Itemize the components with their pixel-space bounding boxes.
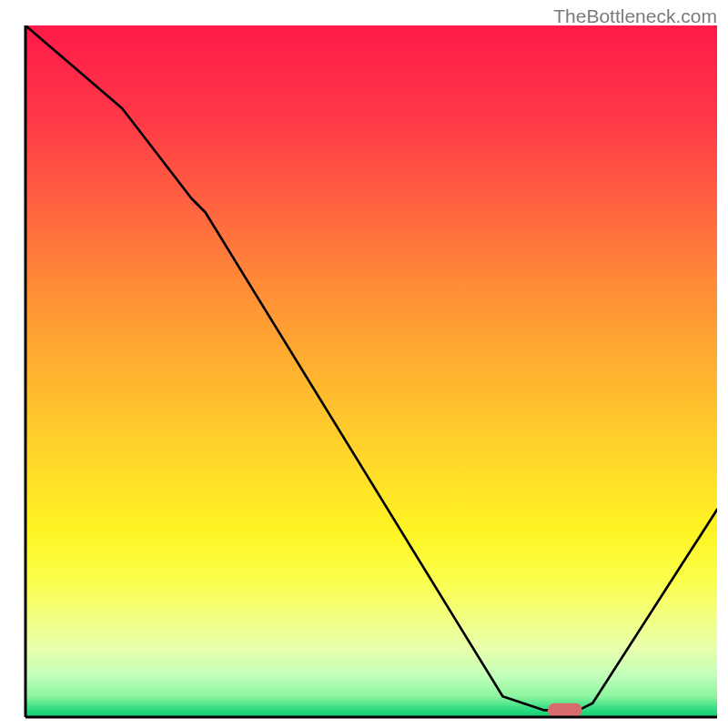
watermark-text: TheBottleneck.com [553, 5, 717, 27]
bottleneck-curve [25, 25, 717, 710]
chart-overlay [25, 25, 717, 717]
optimal-indicator [548, 703, 582, 717]
